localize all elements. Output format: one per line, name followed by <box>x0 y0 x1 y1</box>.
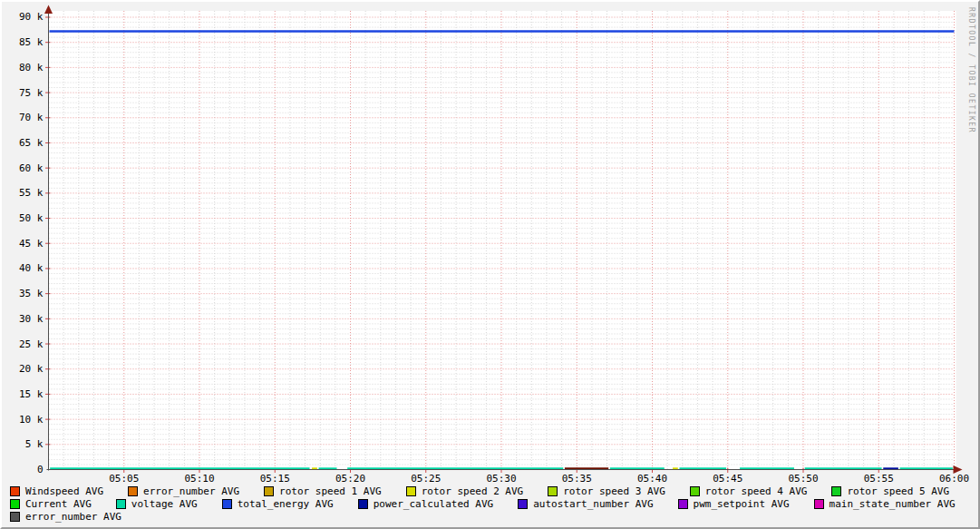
y-tick-label: 35 k <box>19 288 44 299</box>
y-tick-label: 10 k <box>19 414 44 426</box>
x-tick-label: 05:30 <box>486 473 516 485</box>
y-tick-label: 75 k <box>19 87 44 99</box>
legend-label: pwm_setpoint AVG <box>694 498 790 510</box>
legend-item: rotor speed 3 AVG <box>548 485 665 497</box>
x-tick-label: 05:35 <box>562 473 592 485</box>
plot-area: 05 k10 k15 k20 k25 k30 k35 k40 k45 k50 k… <box>2 2 980 485</box>
x-tick-label: 06:00 <box>939 473 969 485</box>
legend-item: rotor speed 2 AVG <box>406 485 524 497</box>
legend-swatch <box>831 486 841 496</box>
legend-row: error_number AVG <box>10 511 956 522</box>
legend-swatch <box>10 512 20 522</box>
legend-swatch <box>678 499 688 509</box>
legend-swatch <box>518 499 528 509</box>
y-tick-label: 15 k <box>19 388 44 400</box>
legend-item: voltage AVG <box>116 498 198 510</box>
legend-item: error_number AVG <box>10 511 121 523</box>
legend-label: error_number AVG <box>25 511 121 523</box>
y-tick-label: 85 k <box>19 36 44 48</box>
legend-swatch <box>814 499 824 509</box>
y-tick-label: 0 <box>37 464 44 475</box>
legend-row: Current AVGvoltage AVGtotal_energy AVGpo… <box>10 498 956 509</box>
plot-background <box>49 11 956 470</box>
y-tick-label: 65 k <box>19 137 44 149</box>
legend-label: rotor speed 3 AVG <box>563 485 665 497</box>
legend-swatch <box>406 486 416 496</box>
y-tick-label: 5 k <box>25 438 44 450</box>
legend-item: rotor speed 4 AVG <box>690 485 808 497</box>
y-tick-label: 70 k <box>19 112 44 123</box>
y-tick-label: 30 k <box>19 313 44 325</box>
legend-label: autostart_number AVG <box>533 498 653 510</box>
legend-swatch <box>548 486 558 496</box>
x-tick-label: 05:40 <box>637 473 667 485</box>
legend-item: rotor speed 1 AVG <box>264 485 382 497</box>
legend-label: error_number AVG <box>143 485 239 497</box>
y-tick-label: 40 k <box>19 262 44 274</box>
y-tick-label: 90 k <box>19 11 44 23</box>
legend-item: main_state_number AVG <box>814 498 956 510</box>
legend-swatch <box>222 499 232 509</box>
legend-swatch <box>116 499 126 509</box>
legend-label: rotor speed 1 AVG <box>279 485 382 497</box>
legend-item: power_calculated AVG <box>358 498 493 510</box>
rrdtool-watermark: RRDTOOL / TOBI OETIKER <box>967 7 975 133</box>
legend-item: error_number AVG <box>128 485 239 497</box>
legend-label: Current AVG <box>25 498 92 510</box>
legend-label: voltage AVG <box>131 498 198 510</box>
legend-item: Current AVG <box>10 498 92 510</box>
legend-item: total_energy AVG <box>222 498 334 510</box>
legend-label: rotor speed 4 AVG <box>705 485 808 497</box>
y-tick-label: 55 k <box>19 187 44 199</box>
legend-item: Windspeed AVG <box>10 485 103 497</box>
legend-swatch <box>10 499 20 509</box>
legend-swatch <box>690 486 700 496</box>
y-tick-label: 50 k <box>19 212 44 224</box>
legend-label: total_energy AVG <box>238 498 334 510</box>
x-tick-label: 05:45 <box>713 473 742 485</box>
legend-item: rotor speed 5 AVG <box>831 485 949 497</box>
y-tick-label: 20 k <box>19 363 44 375</box>
legend: Windspeed AVGerror_number AVGrotor speed… <box>10 485 956 522</box>
legend-swatch <box>128 486 138 496</box>
legend-swatch <box>358 499 368 509</box>
legend-label: rotor speed 2 AVG <box>422 485 524 497</box>
x-tick-label: 05:10 <box>184 473 214 485</box>
x-tick-label: 05:50 <box>788 473 818 485</box>
y-tick-label: 80 k <box>19 62 44 73</box>
legend-row: Windspeed AVGerror_number AVGrotor speed… <box>10 485 956 496</box>
legend-item: pwm_setpoint AVG <box>678 498 790 510</box>
y-tick-label: 45 k <box>19 238 44 250</box>
legend-swatch <box>264 486 274 496</box>
y-axis-arrow <box>44 5 53 15</box>
legend-label: Windspeed AVG <box>25 485 103 497</box>
x-tick-label: 05:15 <box>260 473 290 485</box>
legend-label: main_state_number AVG <box>830 498 956 510</box>
y-tick-label: 60 k <box>19 162 44 174</box>
legend-label: rotor speed 5 AVG <box>847 485 949 497</box>
rrdtool-graph: 05 k10 k15 k20 k25 k30 k35 k40 k45 k50 k… <box>0 0 980 529</box>
x-tick-label: 05:25 <box>411 473 441 485</box>
x-tick-label: 05:20 <box>335 473 365 485</box>
legend-label: power_calculated AVG <box>374 498 493 510</box>
x-tick-label: 05:05 <box>109 473 139 485</box>
legend-swatch <box>10 486 20 496</box>
x-tick-label: 05:55 <box>864 473 894 485</box>
y-tick-label: 25 k <box>19 338 44 350</box>
legend-item: autostart_number AVG <box>518 498 653 510</box>
